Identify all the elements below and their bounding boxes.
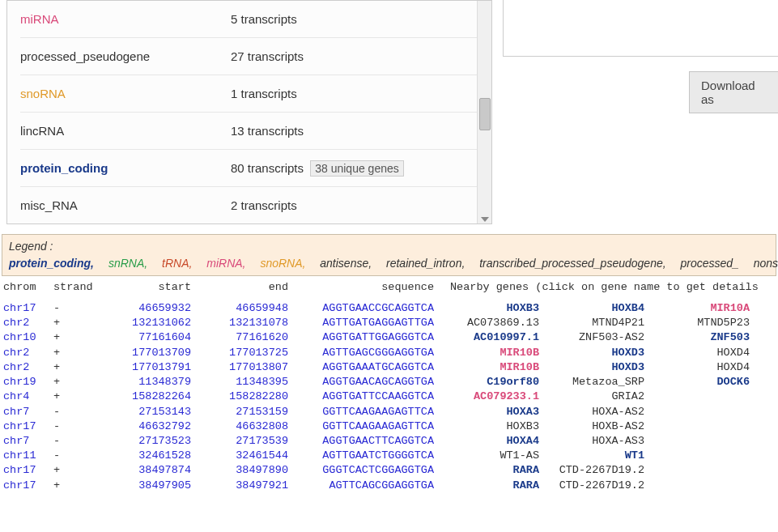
cell-end: 46659948 bbox=[191, 301, 288, 316]
gene-link[interactable] bbox=[653, 463, 750, 478]
cell-strand: - bbox=[53, 301, 102, 316]
biotype-count: 5 transcripts bbox=[231, 12, 297, 26]
biotype-name: miRNA bbox=[20, 12, 231, 26]
col-chrom: chrom bbox=[3, 281, 53, 293]
download-button[interactable]: Download as bbox=[689, 71, 778, 113]
cell-sequence: GGTTCAAGAAGAGTTCA bbox=[288, 405, 450, 419]
cell-strand: + bbox=[53, 360, 102, 375]
cell-sequence: AGTTGAATCTGGGGTCA bbox=[288, 449, 450, 463]
legend-item: miRNA, bbox=[206, 257, 245, 270]
gene-link[interactable]: HOXA4 bbox=[450, 434, 547, 449]
gene-link[interactable]: HOXD4 bbox=[653, 360, 750, 375]
biotype-name: snoRNA bbox=[20, 87, 231, 100]
cell-end: 38497921 bbox=[191, 479, 288, 493]
gene-link[interactable]: Metazoa_SRP bbox=[547, 375, 653, 389]
cell-sequence: AGGTGATTGGAGGGTCA bbox=[288, 330, 450, 345]
gene-link[interactable]: CTD-2267D19.2 bbox=[547, 463, 653, 478]
gene-link[interactable]: AC010997.1 bbox=[450, 330, 547, 345]
col-start: start bbox=[102, 281, 191, 293]
gene-link[interactable]: C19orf80 bbox=[450, 375, 547, 389]
gene-link[interactable]: HOXD3 bbox=[547, 360, 653, 375]
gene-link[interactable]: MIR10A bbox=[653, 301, 750, 316]
cell-sequence: AGGTGAACTTCAGGTCA bbox=[288, 434, 450, 449]
cell-start: 27173523 bbox=[102, 434, 191, 449]
cell-start: 77161604 bbox=[102, 330, 191, 345]
gene-link[interactable]: HOXA3 bbox=[450, 405, 547, 419]
gene-link[interactable] bbox=[653, 479, 750, 493]
gene-link[interactable]: MIR10B bbox=[450, 360, 547, 375]
table-row: chr2+177013709177013725AGTTGAGCGGGAGGTGA… bbox=[3, 346, 775, 360]
table-row: chr7-2717352327173539AGGTGAACTTCAGGTCAHO… bbox=[3, 434, 775, 449]
gene-link[interactable]: AC079233.1 bbox=[450, 389, 547, 404]
gene-link[interactable]: HOXA-AS2 bbox=[547, 405, 653, 419]
gene-link[interactable]: HOXB3 bbox=[450, 419, 547, 434]
gene-link[interactable] bbox=[653, 434, 750, 449]
scrollbar-thumb[interactable] bbox=[479, 98, 491, 130]
biotype-row[interactable]: snoRNA1 transcripts bbox=[20, 75, 478, 113]
scrollbar-down-icon[interactable] bbox=[481, 217, 489, 222]
gene-link[interactable]: HOXD3 bbox=[547, 346, 653, 360]
table-row: chr17+3849787438497890GGGTCACTCGGAGGTGAR… bbox=[3, 463, 775, 478]
biotype-row[interactable]: protein_coding80 transcripts 38 unique g… bbox=[20, 150, 478, 187]
cell-start: 38497874 bbox=[102, 463, 191, 478]
biotype-count: 2 transcripts bbox=[231, 198, 297, 212]
cell-end: 38497890 bbox=[191, 463, 288, 478]
gene-link[interactable] bbox=[653, 405, 750, 419]
gene-link[interactable]: HOXD4 bbox=[653, 346, 750, 360]
legend-item: retained_intron, bbox=[386, 257, 465, 270]
gene-link[interactable]: RARA bbox=[450, 463, 547, 478]
gene-link[interactable]: GRIA2 bbox=[547, 389, 653, 404]
cell-start: 177013709 bbox=[102, 346, 191, 360]
gene-link[interactable]: AC073869.13 bbox=[450, 316, 547, 330]
gene-link[interactable]: HOXB3 bbox=[450, 301, 547, 316]
cell-strand: + bbox=[53, 463, 102, 478]
cell-strand: + bbox=[53, 479, 102, 493]
cell-chrom: chr10 bbox=[3, 330, 53, 345]
side-box bbox=[503, 0, 778, 57]
gene-link[interactable] bbox=[653, 419, 750, 434]
cell-chrom: chr19 bbox=[3, 375, 53, 389]
legend-bar: Legend : protein_coding, snRNA, tRNA, mi… bbox=[2, 234, 776, 276]
gene-link[interactable]: MTND4P21 bbox=[547, 316, 653, 330]
cell-chrom: chr7 bbox=[3, 434, 53, 449]
cell-chrom: chr17 bbox=[3, 301, 53, 316]
table-row: chr10+7716160477161620AGGTGATTGGAGGGTCAA… bbox=[3, 330, 775, 345]
cell-start: 177013791 bbox=[102, 360, 191, 375]
gene-link[interactable]: ZNF503-AS2 bbox=[547, 330, 653, 345]
cell-sequence: AGTTGATGAGGAGTTGA bbox=[288, 316, 450, 330]
cell-start: 158282264 bbox=[102, 389, 191, 404]
cell-strand: + bbox=[53, 316, 102, 330]
biotype-count: 27 transcripts bbox=[231, 49, 304, 63]
legend-item: antisense, bbox=[320, 257, 372, 270]
gene-link[interactable]: DOCK6 bbox=[653, 375, 750, 389]
cell-start: 32461528 bbox=[102, 449, 191, 463]
gene-link[interactable]: HOXB4 bbox=[547, 301, 653, 316]
gene-link[interactable]: WT1-AS bbox=[450, 449, 547, 463]
table-row: chr19+1134837911348395AGGTGAACAGCAGGTGAC… bbox=[3, 375, 775, 389]
biotype-count: 1 transcripts bbox=[231, 87, 297, 100]
biotype-row[interactable]: processed_pseudogene27 transcripts bbox=[20, 38, 478, 75]
biotype-panel: miRNA5 transcriptsprocessed_pseudogene27… bbox=[6, 0, 492, 224]
gene-link[interactable]: ZNF503 bbox=[653, 330, 750, 345]
cell-strand: + bbox=[53, 330, 102, 345]
gene-link[interactable] bbox=[653, 389, 750, 404]
gene-link[interactable]: MTND5P23 bbox=[653, 316, 750, 330]
cell-end: 177013725 bbox=[191, 346, 288, 360]
gene-link[interactable]: MIR10B bbox=[450, 346, 547, 360]
legend-item: transcribed_processed_pseudogene, bbox=[479, 257, 665, 270]
gene-link[interactable]: WT1 bbox=[547, 449, 653, 463]
gene-link[interactable]: RARA bbox=[450, 479, 547, 493]
biotype-row[interactable]: misc_RNA2 transcripts bbox=[20, 187, 478, 223]
gene-link[interactable]: HOXB-AS2 bbox=[547, 419, 653, 434]
cell-sequence: AGGTGAAATGCAGGTCA bbox=[288, 360, 450, 375]
panel-scrollbar[interactable] bbox=[477, 1, 491, 223]
biotype-row[interactable]: miRNA5 transcripts bbox=[20, 1, 478, 38]
cell-sequence: AGGTGATTCCAAGGTCA bbox=[288, 389, 450, 404]
biotype-row[interactable]: lincRNA13 transcripts bbox=[20, 113, 478, 150]
col-sequence: sequence bbox=[288, 281, 450, 293]
cell-chrom: chr4 bbox=[3, 389, 53, 404]
gene-link[interactable] bbox=[653, 449, 750, 463]
cell-strand: - bbox=[53, 449, 102, 463]
gene-link[interactable]: CTD-2267D19.2 bbox=[547, 479, 653, 493]
gene-link[interactable]: HOXA-AS3 bbox=[547, 434, 653, 449]
